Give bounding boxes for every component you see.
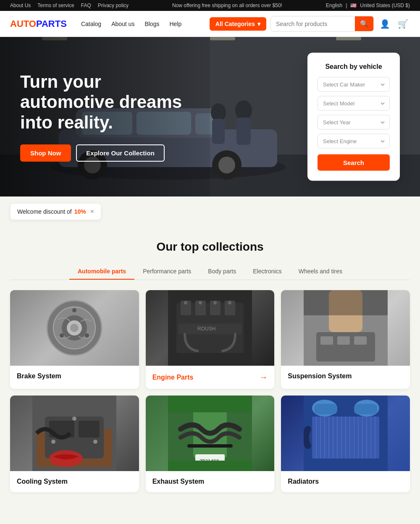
hero-section: Turn your automotive dreams into reality… [0, 37, 420, 196]
card-engine-parts[interactable]: ROUSH Engine Parts → [146, 290, 275, 389]
divider: | [346, 3, 347, 8]
svg-point-37 [228, 301, 231, 304]
faq-link[interactable]: FAQ [81, 3, 91, 8]
card-brake-system[interactable]: Brake System [10, 290, 139, 389]
hero-title: Turn your automotive dreams into reality… [20, 72, 198, 133]
logo[interactable]: AUTOPARTS [10, 18, 67, 29]
header: AUTOPARTS Catalog About us Blogs Help Al… [0, 11, 420, 37]
svg-point-26 [85, 333, 89, 338]
nav-about[interactable]: About us [107, 18, 139, 30]
engine-select[interactable]: Select Engine [318, 134, 390, 149]
about-us-link[interactable]: About Us [10, 3, 31, 8]
vehicle-search-button[interactable]: Search [318, 155, 390, 171]
top-bar-announcement: Now offering free shipping on all orders… [172, 3, 282, 8]
cooling-system-title: Cooling System [17, 478, 68, 485]
svg-rect-46 [320, 336, 333, 345]
svg-rect-47 [337, 336, 350, 345]
svg-rect-17 [210, 37, 235, 40]
collection-tabs: Automobile parts Performance parts Body … [10, 264, 410, 280]
exhaust-system-image: 7R21490 [146, 396, 275, 471]
svg-rect-54 [79, 421, 100, 438]
cooling-system-card-body: Cooling System [10, 471, 139, 492]
cart-button[interactable]: 🛒 [396, 17, 410, 31]
svg-rect-65 [168, 461, 252, 471]
top-bar: About Us Terms of service FAQ Privacy po… [0, 0, 420, 11]
tab-performance-parts[interactable]: Performance parts [134, 264, 200, 280]
svg-rect-49 [304, 290, 388, 315]
year-select[interactable]: Select Year [318, 115, 390, 130]
card-radiators[interactable]: Radiators [281, 396, 410, 492]
logo-parts: PARTS [36, 18, 67, 29]
collections-grid: Brake System [10, 290, 410, 499]
card-suspension-system[interactable]: Suspension System [281, 290, 410, 389]
svg-text:ROUSH: ROUSH [197, 326, 215, 332]
search-input[interactable] [271, 17, 355, 31]
svg-point-58 [72, 417, 76, 421]
engine-parts-title: Engine Parts [152, 374, 194, 381]
svg-point-24 [70, 324, 79, 332]
search-bar: 🔍 [270, 16, 374, 31]
tab-automobile-parts[interactable]: Automobile parts [69, 264, 134, 280]
all-categories-button[interactable]: All Categories ▾ [210, 17, 266, 31]
collections-section: Our top collections Automobile parts Per… [0, 227, 420, 499]
chevron-down-icon: ▾ [257, 21, 260, 27]
search-button[interactable]: 🔍 [355, 16, 373, 31]
svg-point-35 [199, 301, 202, 304]
engine-parts-arrow: → [259, 372, 268, 382]
suspension-system-card-body: Suspension System [281, 366, 410, 387]
card-exhaust-system[interactable]: 7R21490 Exhaust System [146, 396, 275, 492]
account-button[interactable]: 👤 [378, 17, 392, 31]
radiators-title: Radiators [288, 478, 319, 485]
flag-icon: 🇺🇸 [350, 3, 357, 8]
radiators-card-body: Radiators [281, 471, 410, 492]
svg-point-25 [72, 308, 76, 312]
privacy-link[interactable]: Privacy policy [98, 3, 129, 8]
svg-rect-18 [336, 37, 361, 40]
top-bar-right: English | 🇺🇸 United States (USD $) [326, 3, 410, 8]
welcome-text: Welcome discount of [17, 208, 72, 215]
vehicle-search-card: Search by vehicle Select Car Maker Selec… [307, 53, 400, 181]
top-bar-links: About Us Terms of service FAQ Privacy po… [10, 3, 129, 8]
logo-auto: AUTO [10, 18, 36, 29]
welcome-discount-banner: Welcome discount of 10% × [10, 203, 101, 220]
nav-help[interactable]: Help [165, 18, 186, 30]
suspension-system-image [281, 290, 410, 366]
collections-title: Our top collections [10, 240, 410, 254]
tab-body-parts[interactable]: Body parts [200, 264, 244, 280]
svg-point-56 [51, 440, 55, 444]
tab-electronics[interactable]: Electronics [244, 264, 290, 280]
svg-rect-87 [354, 404, 377, 414]
suspension-system-title: Suspension System [288, 372, 352, 380]
svg-point-27 [60, 333, 64, 338]
svg-point-36 [213, 301, 217, 304]
tab-wheels-tires[interactable]: Wheels and tires [290, 264, 351, 280]
hero-content: Turn your automotive dreams into reality… [0, 72, 218, 162]
exhaust-system-card-body: Exhaust System [146, 471, 275, 492]
engine-parts-card-body: Engine Parts → [146, 366, 275, 389]
model-select[interactable]: Select Model [318, 96, 390, 111]
vehicle-search-title: Search by vehicle [318, 63, 390, 71]
svg-rect-85 [314, 404, 337, 414]
exhaust-system-title: Exhaust System [152, 478, 205, 485]
brake-system-card-body: Brake System [10, 366, 139, 387]
region-selector[interactable]: United States (USD $) [360, 3, 410, 8]
nav-blogs[interactable]: Blogs [140, 18, 163, 30]
car-maker-select[interactable]: Select Car Maker [318, 77, 390, 92]
card-cooling-system[interactable]: Cooling System [10, 396, 139, 492]
language-selector[interactable]: English [326, 3, 342, 8]
brake-system-title: Brake System [17, 372, 61, 380]
header-right: All Categories ▾ 🔍 👤 🛒 [210, 16, 410, 31]
hero-buttons: Shop Now Explore Our Collection [20, 144, 198, 162]
welcome-close-button[interactable]: × [90, 208, 94, 215]
terms-link[interactable]: Terms of service [37, 3, 74, 8]
explore-collection-button[interactable]: Explore Our Collection [76, 144, 165, 162]
discount-percent: 10% [74, 208, 86, 215]
all-categories-label: All Categories [215, 21, 255, 27]
svg-point-11 [218, 157, 235, 173]
main-nav: Catalog About us Blogs Help [77, 18, 186, 30]
engine-parts-image: ROUSH [146, 290, 275, 366]
svg-point-57 [93, 440, 97, 444]
svg-rect-48 [354, 336, 367, 345]
nav-catalog[interactable]: Catalog [77, 18, 105, 30]
shop-now-button[interactable]: Shop Now [20, 144, 71, 162]
